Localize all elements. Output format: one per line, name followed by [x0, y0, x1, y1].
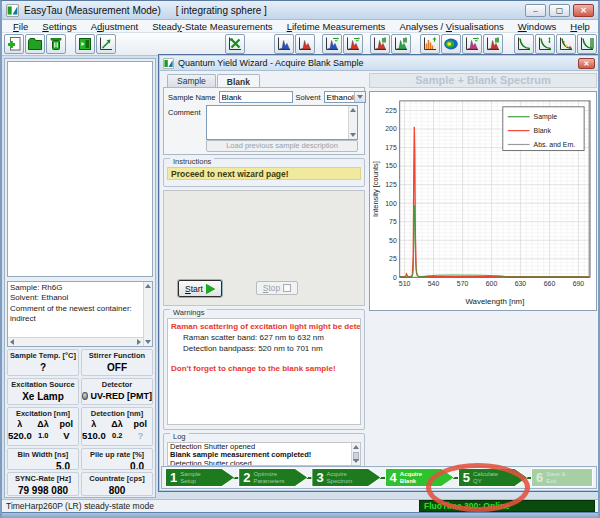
wizard-step-4[interactable]: 4AcquireBlank — [385, 468, 455, 487]
menu-steady-state-measurements[interactable]: Steady-State Measurements — [145, 21, 279, 32]
menu-windows[interactable]: Windows — [511, 21, 564, 32]
wizard-step-5[interactable]: 5CalculateQY — [458, 468, 528, 487]
gated-spectrum-icon[interactable] — [420, 34, 440, 54]
easytau-window: { "window": { "title": "EasyTau (Measure… — [0, 0, 600, 518]
instruction-message: Proceed to next wizard page! — [167, 167, 361, 180]
maximize-button[interactable]: ▢ — [549, 4, 570, 17]
bin-width-label: Bin Width [ns] — [8, 450, 78, 459]
wizard-close-button[interactable]: ✕ — [578, 58, 595, 69]
detection-bandwidth: 0.2 — [106, 430, 129, 442]
step-label: Optimize — [253, 471, 284, 478]
decay-fit-icon[interactable] — [556, 34, 576, 54]
warnings-group: Warnings Raman scattering of excitation … — [163, 309, 365, 430]
wizard-step-3[interactable]: 3AcquireSpectrum — [311, 468, 381, 487]
emission-spectrum-icon[interactable] — [295, 34, 315, 54]
start-button[interactable]: Start — [178, 280, 222, 297]
left-panel: Sample: Rh6GSolvent: EthanolComment of t… — [4, 58, 156, 498]
stop-button[interactable]: Stop — [256, 281, 298, 295]
multi-decay-icon[interactable] — [577, 34, 597, 54]
solvent-select[interactable]: Ethanol — [324, 91, 366, 103]
excitation-wavelength: 520.0 — [8, 430, 32, 442]
minimize-button[interactable]: – — [525, 4, 546, 17]
svg-text:25: 25 — [389, 255, 397, 262]
time-scan-spectrum-icon[interactable] — [391, 34, 411, 54]
scroll-right-icon[interactable] — [137, 339, 141, 345]
svg-text:510: 510 — [399, 280, 411, 287]
svg-text:50: 50 — [389, 237, 397, 244]
log-box: Detection Shutter openedBlank sample mea… — [167, 442, 361, 466]
detection-group: Detection [nm] λΔλpol 510.00.2? — [81, 407, 153, 446]
wizard-step-6[interactable]: 6Save &Exit — [531, 468, 593, 487]
decay-scan-icon[interactable] — [535, 34, 555, 54]
measurement-wizard-icon[interactable] — [225, 34, 245, 54]
svg-text:200: 200 — [385, 125, 397, 132]
scroll-down-icon[interactable] — [353, 459, 359, 463]
comment-textarea[interactable] — [206, 105, 358, 140]
sample-holder-icon[interactable] — [75, 34, 95, 54]
info-hscrollbar[interactable] — [8, 337, 143, 346]
menu-lifetime-measurements[interactable]: Lifetime Measurements — [280, 21, 393, 32]
warning-line: Raman scatter band: 627 nm to 632 nm — [171, 332, 357, 343]
scroll-up-icon[interactable] — [145, 284, 151, 288]
scroll-left-icon[interactable] — [10, 339, 14, 345]
scroll-up-icon[interactable] — [353, 445, 359, 449]
menu-analyses-visualisations[interactable]: Analyses / Visualisations — [392, 21, 510, 32]
emission-scan-icon[interactable] — [343, 34, 363, 54]
step-label: Exit — [546, 478, 565, 485]
anisotropy-spectrum-icon[interactable] — [483, 34, 503, 54]
step-label: Acquire — [400, 471, 422, 478]
spectrum-plot: 5105405706006306606900255075100125150175… — [370, 92, 596, 310]
tab-sample[interactable]: Sample — [167, 74, 216, 87]
contour-plot-icon[interactable] — [441, 34, 461, 54]
close-button[interactable]: ✕ — [573, 4, 594, 17]
wizard-step-2[interactable]: 2OptimizeParameters — [238, 468, 308, 487]
menu-help[interactable]: Help — [563, 21, 597, 32]
status-fluotime: FluoTime 300: Online — [419, 500, 595, 512]
sync-rate-label: SYNC-Rate [Hz] — [8, 474, 78, 483]
status-device-mode: TimeHarp260P (LR) steady-state mode — [6, 501, 154, 511]
log-caption: Log — [170, 433, 189, 441]
comment-vscrollbar[interactable] — [348, 106, 357, 139]
detection-wavelength: 510.0 — [82, 430, 106, 442]
excitation-spectrum-icon[interactable] — [274, 34, 294, 54]
step-number: 5 — [463, 470, 470, 485]
measurement-control-area: Start Stop — [163, 190, 365, 306]
wizard-step-1[interactable]: 1SampleSetup — [165, 468, 235, 487]
countrate-group: Countrate [cps] 800 — [81, 472, 153, 496]
adjustment-chart-icon[interactable] — [96, 34, 116, 54]
kinetics-spectrum-icon[interactable] — [370, 34, 390, 54]
pileup-value: 0.0 — [82, 461, 152, 470]
log-vscrollbar[interactable] — [351, 443, 360, 465]
scroll-up-icon[interactable] — [350, 108, 356, 112]
menu-file[interactable]: File — [6, 21, 35, 32]
step-label: Save & — [546, 471, 565, 478]
delta-lambda-header: Δλ — [105, 419, 128, 429]
countrate-value: 800 — [82, 485, 152, 496]
detector-value: UV-RED [PMT] — [91, 391, 153, 401]
scroll-down-icon[interactable] — [145, 340, 151, 344]
combo-dropdown-button[interactable] — [354, 92, 365, 102]
tab-blank[interactable]: Blank — [217, 74, 260, 88]
warnings-box: Raman scattering of excitation light mig… — [167, 318, 361, 425]
excitation-scan-icon[interactable] — [322, 34, 342, 54]
menu-adjustment[interactable]: Adjustment — [84, 21, 146, 32]
delete-icon[interactable] — [46, 34, 66, 54]
step-label: Spectrum — [327, 478, 353, 485]
info-line: Sample: Rh6G — [10, 283, 142, 293]
open-file-icon[interactable] — [25, 34, 45, 54]
play-icon — [206, 284, 215, 294]
sample-name-input[interactable] — [219, 91, 293, 103]
load-previous-sample-button[interactable]: Load previous sample description — [206, 140, 358, 152]
info-vscrollbar[interactable] — [143, 282, 152, 346]
instructions-caption: Instructions — [170, 158, 214, 166]
detector-led-icon — [82, 392, 88, 400]
scroll-down-icon[interactable] — [350, 133, 356, 137]
chevron-down-icon — [357, 95, 363, 99]
decay-icon[interactable] — [514, 34, 534, 54]
menu-settings[interactable]: Settings — [35, 21, 83, 32]
svg-text:630: 630 — [515, 280, 527, 287]
tres-spectrum-icon[interactable] — [462, 34, 482, 54]
container-list[interactable] — [7, 61, 153, 277]
new-measurement-icon[interactable] — [4, 34, 24, 54]
step-label: Parameters — [253, 478, 284, 485]
